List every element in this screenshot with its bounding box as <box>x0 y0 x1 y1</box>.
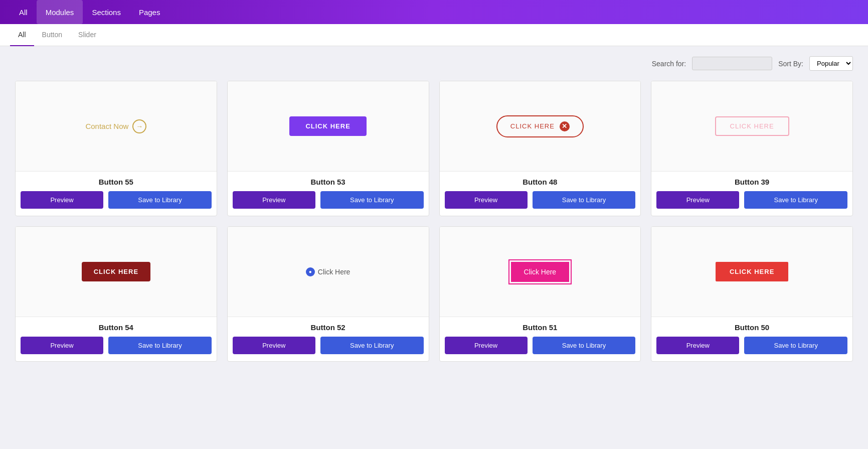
card-button48-actions: Preview Save to Library <box>445 191 636 209</box>
card-button53-preview: CLICK HERE <box>228 81 429 172</box>
card-button39-title: Button 39 <box>735 178 769 186</box>
btn55-arrow: → <box>132 119 146 133</box>
card-button39-actions: Preview Save to Library <box>656 191 847 209</box>
btn52-label: Click Here <box>318 268 351 276</box>
card-button54-preview: CLICK HERE <box>16 227 217 317</box>
save-btn-53[interactable]: Save to Library <box>320 191 424 209</box>
card-button53-footer: Button 53 Preview Save to Library <box>228 172 429 216</box>
preview-btn-51[interactable]: Preview <box>445 337 528 354</box>
nav-item-pages[interactable]: Pages <box>130 0 169 24</box>
card-button54-title: Button 54 <box>99 323 133 332</box>
preview-button-48[interactable]: CLICK HERE ✕ <box>496 115 584 137</box>
sort-select[interactable]: Popular Newest Oldest <box>809 56 853 71</box>
card-button52-actions: Preview Save to Library <box>233 337 424 354</box>
card-button50: CLICK HERE Button 50 Preview Save to Lib… <box>651 226 853 362</box>
card-button55-actions: Preview Save to Library <box>21 191 212 209</box>
sub-nav-button[interactable]: Button <box>34 24 70 46</box>
card-button52: ● Click Here Button 52 Preview Save to L… <box>227 226 429 362</box>
card-button48-footer: Button 48 Preview Save to Library <box>440 172 641 216</box>
preview-button-53[interactable]: CLICK HERE <box>289 116 366 136</box>
card-button52-preview: ● Click Here <box>228 227 429 317</box>
save-btn-55[interactable]: Save to Library <box>108 191 212 209</box>
card-button54: CLICK HERE Button 54 Preview Save to Lib… <box>15 226 217 362</box>
card-button51: Click Here Button 51 Preview Save to Lib… <box>439 226 641 362</box>
nav-item-modules[interactable]: Modules <box>37 0 83 24</box>
preview-btn-50[interactable]: Preview <box>656 337 739 354</box>
nav-item-all[interactable]: All <box>10 0 37 24</box>
btn55-label: Contact Now <box>85 122 128 130</box>
card-button48: CLICK HERE ✕ Button 48 Preview Save to L… <box>439 81 641 216</box>
card-button55-title: Button 55 <box>99 178 133 186</box>
card-button53: CLICK HERE Button 53 Preview Save to Lib… <box>227 81 429 216</box>
preview-btn-39[interactable]: Preview <box>656 191 739 209</box>
card-button52-title: Button 52 <box>311 323 345 332</box>
preview-button-39[interactable]: CLICK HERE <box>715 116 789 136</box>
card-button39-footer: Button 39 Preview Save to Library <box>651 172 852 216</box>
card-button55-footer: Button 55 Preview Save to Library <box>16 172 217 216</box>
preview-btn-53[interactable]: Preview <box>233 191 315 209</box>
card-button51-footer: Button 51 Preview Save to Library <box>440 317 641 361</box>
card-button51-actions: Preview Save to Library <box>445 337 636 354</box>
card-button55-preview: Contact Now → <box>16 81 217 172</box>
btn48-dot: ✕ <box>560 121 570 131</box>
sub-nav-slider[interactable]: Slider <box>70 24 104 46</box>
card-button54-footer: Button 54 Preview Save to Library <box>16 317 217 361</box>
search-label: Search for: <box>652 60 686 68</box>
card-button39-preview: CLICK HERE <box>651 81 852 172</box>
btn48-label: CLICK HERE <box>510 122 555 130</box>
save-btn-52[interactable]: Save to Library <box>320 337 424 354</box>
preview-button-52[interactable]: ● Click Here <box>306 267 351 276</box>
card-button50-title: Button 50 <box>735 323 769 332</box>
save-btn-48[interactable]: Save to Library <box>533 191 636 209</box>
sub-navigation: All Button Slider <box>0 24 868 46</box>
card-button52-footer: Button 52 Preview Save to Library <box>228 317 429 361</box>
preview-btn-48[interactable]: Preview <box>445 191 528 209</box>
search-input[interactable] <box>692 57 772 70</box>
btn52-icon: ● <box>306 267 315 276</box>
card-button48-preview: CLICK HERE ✕ <box>440 81 641 172</box>
save-btn-39[interactable]: Save to Library <box>744 191 847 209</box>
preview-button-51[interactable]: Click Here <box>511 262 570 282</box>
preview-btn-54[interactable]: Preview <box>21 337 103 354</box>
card-button50-actions: Preview Save to Library <box>656 337 847 354</box>
card-button51-title: Button 51 <box>523 323 557 332</box>
preview-btn-55[interactable]: Preview <box>21 191 103 209</box>
card-button54-actions: Preview Save to Library <box>21 337 212 354</box>
preview-button-54[interactable]: CLICK HERE <box>82 262 150 281</box>
sort-label: Sort By: <box>778 60 803 68</box>
save-btn-50[interactable]: Save to Library <box>744 337 847 354</box>
card-button39: CLICK HERE Button 39 Preview Save to Lib… <box>651 81 853 216</box>
toolbar: Search for: Sort By: Popular Newest Olde… <box>0 46 868 76</box>
save-btn-54[interactable]: Save to Library <box>108 337 212 354</box>
nav-item-sections[interactable]: Sections <box>83 0 130 24</box>
card-button53-actions: Preview Save to Library <box>233 191 424 209</box>
card-button55: Contact Now → Button 55 Preview Save to … <box>15 81 217 216</box>
sub-nav-all[interactable]: All <box>10 24 34 46</box>
save-btn-51[interactable]: Save to Library <box>533 337 636 354</box>
preview-button-50[interactable]: CLICK HERE <box>716 262 788 281</box>
card-button53-title: Button 53 <box>311 178 345 186</box>
top-navigation: All Modules Sections Pages <box>0 0 868 24</box>
card-button50-preview: CLICK HERE <box>651 227 852 317</box>
cards-grid: Contact Now → Button 55 Preview Save to … <box>0 76 868 377</box>
card-button48-title: Button 48 <box>523 178 557 186</box>
card-button50-footer: Button 50 Preview Save to Library <box>651 317 852 361</box>
card-button51-preview: Click Here <box>440 227 641 317</box>
preview-button-55[interactable]: Contact Now → <box>85 119 146 133</box>
preview-btn-52[interactable]: Preview <box>233 337 315 354</box>
